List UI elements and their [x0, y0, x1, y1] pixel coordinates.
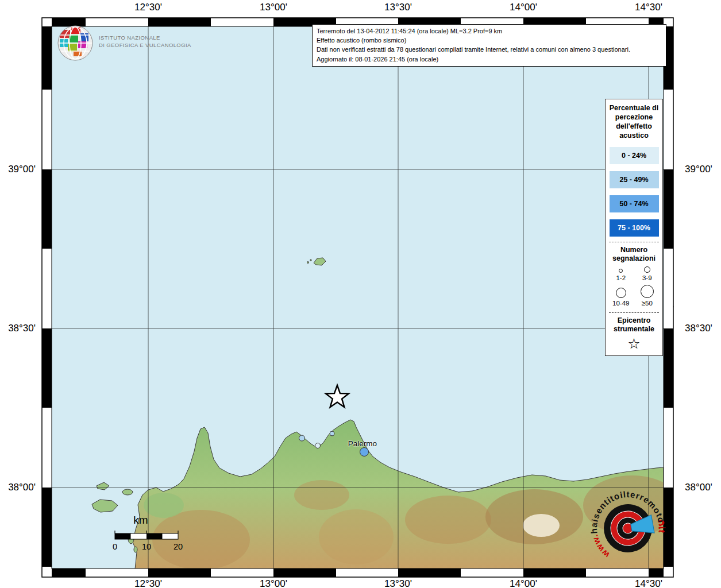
report-size-key: 1-2 3-9 10-49 ≥50 [608, 266, 660, 307]
lat-label-right-0: 39°00' [685, 164, 712, 175]
scale-km-label: km [133, 514, 148, 527]
report-size-icon-2 [644, 266, 650, 273]
report-size-icon-3 [616, 288, 626, 298]
report-dot-palermo [360, 448, 369, 457]
epicenter-star-symbol: ☆ [608, 336, 660, 351]
lon-label-bottom-1: 13°00' [260, 578, 287, 588]
report-class-1: 3-9 [634, 266, 661, 282]
ingv-logo-globe-icon [58, 26, 92, 60]
lat-label-left-2: 38°00' [0, 482, 36, 493]
lat-label-right-1: 38°30' [685, 323, 712, 334]
legend-bin-0: 0 - 24% [610, 147, 659, 164]
scale-tick-0: 0 [113, 542, 117, 551]
lon-label-bottom-2: 13°30' [384, 578, 412, 588]
report-dot-2 [330, 431, 334, 436]
legend-title: Percentuale di percezione dell'effetto a… [608, 103, 660, 140]
report-size-icon-1 [619, 269, 623, 273]
legend-bin-3: 75 - 100% [610, 219, 659, 237]
islet-near-ustica [307, 262, 309, 264]
event-info-box: Terremoto del 13-04-2012 11:45:24 (ora l… [312, 24, 666, 67]
scale-tick-2: 20 [173, 542, 183, 551]
report-class-label-0: 1-2 [616, 274, 626, 282]
report-class-2: 10-49 [608, 285, 634, 307]
islet-near-ustica-2 [310, 260, 311, 261]
island-levanzo [122, 489, 133, 495]
scale-tick-1: 10 [142, 542, 151, 551]
report-dot-1 [315, 443, 321, 448]
event-info-line-3: Dati non verificati estratti da 78 quest… [317, 45, 662, 54]
report-class-label-1: 3-9 [642, 274, 652, 282]
legend-bin-1: 25 - 49% [610, 171, 659, 188]
lon-label-top-0: 12°30' [134, 2, 162, 13]
lat-label-left-1: 38°30' [0, 323, 36, 334]
lon-label-top-3: 14°00' [510, 2, 537, 13]
legend-epicenter-title: Epicentro strumentale [608, 316, 660, 334]
legend-reports-title: Numero segnalazioni [608, 246, 660, 263]
event-info-line-1: Terremoto del 13-04-2012 11:45:24 (ora l… [317, 26, 662, 36]
lon-label-bottom-4: 14°30' [635, 578, 662, 588]
lon-label-bottom-0: 12°30' [134, 578, 162, 588]
legend-panel: Percentuale di percezione dell'effetto a… [605, 99, 663, 356]
report-dot-0 [299, 435, 305, 441]
lon-label-bottom-3: 14°00' [510, 578, 537, 588]
report-class-0: 1-2 [608, 266, 634, 282]
legend-separator-1 [609, 242, 659, 242]
ingv-name-line2: DI GEOFISICA E VULCANOLOGIA [99, 42, 191, 48]
lat-label-right-2: 38°00' [685, 482, 712, 493]
ingv-name-line1: ISTITUTO NAZIONALE [99, 34, 160, 41]
islet-stagnone-2 [134, 547, 137, 552]
event-info-line-4: Aggiornato il: 08-01-2026 21:45 (ora loc… [317, 55, 662, 64]
report-class-label-3: ≥50 [642, 299, 653, 307]
lat-label-left-0: 39°00' [0, 164, 36, 175]
report-size-icon-4 [641, 285, 654, 298]
map-page: ? www.haisentitoilterremoto.it 12°30' 13… [0, 0, 721, 588]
lon-label-top-2: 13°30' [384, 2, 412, 13]
city-label-palermo: Palermo [348, 439, 377, 448]
event-info-line-2: Effetto acustico (rombo sismico) [317, 36, 662, 45]
legend-bin-2: 50 - 74% [610, 195, 659, 212]
legend-separator-2 [609, 312, 659, 313]
lon-label-top-1: 13°00' [260, 2, 287, 13]
report-class-3: ≥50 [634, 285, 661, 307]
lon-label-top-4: 14°30' [635, 2, 662, 13]
report-class-label-2: 10-49 [612, 299, 629, 307]
